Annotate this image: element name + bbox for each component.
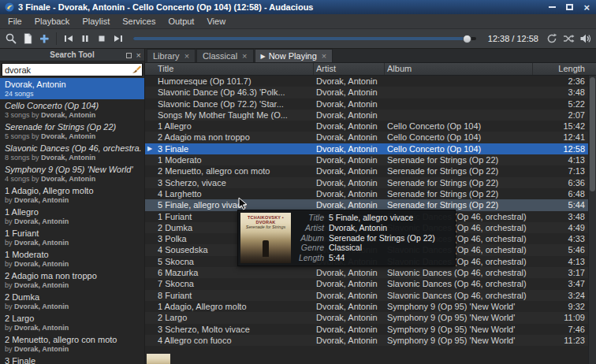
cell-album: Serenade for Strings (Op 22): [385, 177, 533, 188]
playlist-row[interactable]: ▶1 Allegro Dvorak, Antonin Cello Concert…: [145, 121, 596, 132]
search-result-item[interactable]: Symphony 9 (Op 95) 'New World' 4 songs b…: [0, 163, 144, 184]
close-button[interactable]: ×: [583, 2, 590, 13]
search-result-item[interactable]: 2 Menuetto, allegro con moto by Dvorak, …: [0, 333, 144, 355]
playlist-row[interactable]: ▶3 Finale Dvorak, Antonin Cello Concerto…: [145, 143, 596, 154]
playlist-row[interactable]: ▶4 Larghetto Dvorak, Antonin Serenade fo…: [145, 188, 596, 199]
playlist-tabbar: ▶ Library × ▶ Classical × ▶ Now Playing …: [145, 49, 596, 63]
stop-button[interactable]: [94, 31, 110, 46]
cell-album: Serenade for Strings (Op 22): [385, 154, 533, 165]
column-header-length[interactable]: Length: [533, 63, 596, 75]
menu-item[interactable]: Playback: [28, 14, 76, 29]
search-result-item[interactable]: Cello Concerto (Op 104) 3 songs by Dvora…: [0, 99, 144, 121]
tab-close-icon[interactable]: ×: [322, 51, 326, 61]
search-result-item[interactable]: 1 Moderato by Dvorak, Antonin: [0, 248, 144, 269]
minimize-button[interactable]: [549, 6, 556, 8]
seek-handle[interactable]: [463, 35, 471, 43]
cell-artist: Dvorak, Antonin: [314, 188, 385, 199]
search-result-item[interactable]: 2 Largo by Dvorak, Antonin: [0, 312, 144, 333]
cell-artist: Dvorak, Antonin: [314, 110, 385, 121]
menu-item[interactable]: Playlist: [76, 14, 116, 29]
tooltip-field-label: Artist: [294, 223, 324, 233]
playlist-row[interactable]: ▶2 Adagio ma non troppo Dvorak, Antonin …: [145, 132, 596, 143]
search-result-item[interactable]: Slavonic Dances (Op 46, orchestra... 8 s…: [0, 142, 144, 163]
search-result-item[interactable]: Serenade for Strings (Op 22) 5 songs by …: [0, 121, 144, 142]
cell-length: 9:32: [533, 301, 596, 312]
clear-search-brush-icon[interactable]: [129, 64, 142, 76]
column-header-artist[interactable]: Artist: [314, 63, 385, 75]
tooltip-field-label: Genre: [294, 243, 324, 253]
search-result-item[interactable]: 2 Adagio ma non troppo by Dvorak, Antoni…: [0, 269, 144, 291]
content-area: Search Tool × Dvorak, Antonin 24 songs: [0, 49, 596, 364]
panel-close-icon[interactable]: ×: [136, 51, 141, 60]
search-result-item[interactable]: 1 Adagio, Allegro molto by Dvorak, Anton…: [0, 184, 144, 206]
tab-close-icon[interactable]: ×: [184, 51, 189, 61]
search-button[interactable]: [3, 31, 19, 46]
cell-length: 4:13: [533, 154, 596, 165]
repeat-button[interactable]: [544, 31, 560, 46]
playlist-row[interactable]: ▶Humoresque (Op 101.7) Dvorak, Antonin 2…: [145, 76, 596, 87]
cursor-arrow: [238, 197, 248, 213]
playlist-tab[interactable]: ▶ Now Playing ×: [255, 49, 333, 62]
playlist-row[interactable]: ▶6 Mazurka Dvorak, Antonin Slavonic Danc…: [145, 267, 596, 278]
playlist-row[interactable]: ▶4 Allegro con fuoco Dvorak, Antonin Sym…: [145, 335, 596, 346]
search-result-item[interactable]: 1 Furiant by Dvorak, Antonin: [0, 227, 144, 248]
search-result-item[interactable]: Dvorak, Antonin 24 songs: [0, 78, 144, 99]
playlist-row[interactable]: ▶Slavonic Dance (Op 72.2) 'Star... Dvora…: [145, 98, 596, 110]
result-subtitle: 8 songs by Dvorak, Antonin: [5, 154, 141, 162]
volume-button[interactable]: [577, 31, 593, 46]
search-input[interactable]: [2, 64, 129, 76]
cell-length: 4:13: [533, 256, 596, 267]
titlebar[interactable]: 3 Finale - Dvorak, Antonin - Cello Conce…: [0, 0, 596, 14]
seek-slider[interactable]: [133, 31, 476, 46]
next-button[interactable]: [110, 31, 126, 46]
playlist-row[interactable]: ▶3 Scherzo, Molto vivace Dvorak, Antonin…: [145, 324, 596, 335]
menu-item[interactable]: Services: [116, 14, 162, 29]
search-result-item[interactable]: 2 Dumka by Dvorak, Antonin: [0, 291, 144, 312]
tab-label: Now Playing: [269, 51, 317, 61]
menu-item[interactable]: File: [2, 14, 28, 29]
cell-title: ▶8 Furiant: [145, 290, 314, 301]
scrollbar-thumb[interactable]: [590, 77, 595, 191]
playlist-row[interactable]: ▶Slavonic Dance (Op 46.3) 'Polk... Dvora…: [145, 87, 596, 98]
cell-title: ▶Songs My Mother Taught Me (O...: [145, 110, 314, 121]
maximize-button[interactable]: [566, 4, 573, 10]
open-file-button[interactable]: [20, 31, 35, 46]
playlist-row[interactable]: ▶1 Moderato Dvorak, Antonin Serenade for…: [145, 154, 596, 165]
previous-button[interactable]: [61, 31, 76, 46]
search-result-item[interactable]: 1 Allegro by Dvorak, Antonin: [0, 206, 144, 227]
column-header-album[interactable]: Album: [385, 63, 533, 75]
cell-length: 7:46: [533, 324, 596, 335]
menu-item[interactable]: Output: [162, 14, 200, 29]
menu-item[interactable]: View: [200, 14, 232, 29]
result-title: 2 Dumka: [5, 292, 141, 303]
playlist-row[interactable]: ▶2 Menuetto, allegro con moto Dvorak, An…: [145, 165, 596, 176]
result-title: 1 Allegro: [5, 207, 141, 217]
playlist-row[interactable]: ▶1 Adagio, Allegro molto Dvorak, Antonin…: [145, 301, 596, 312]
cell-length: 3:48: [533, 87, 596, 98]
add-button[interactable]: [36, 31, 52, 46]
playlist-scrollbar[interactable]: [588, 76, 596, 364]
next-icon: [112, 32, 125, 45]
playlist-row[interactable]: ▶7 Skocna Dvorak, Antonin Slavonic Dance…: [145, 278, 596, 289]
playlist-row[interactable]: ▶2 Largo Dvorak, Antonin Symphony 9 (Op …: [145, 312, 596, 323]
playlist-row[interactable]: ▶8 Furiant Dvorak, Antonin Slavonic Danc…: [145, 290, 596, 301]
cell-length: 4:33: [533, 233, 596, 244]
cell-album: Slavonic Dances (Op 46, orchestral): [385, 278, 533, 289]
playlist-row[interactable]: ▶Songs My Mother Taught Me (O... Dvorak,…: [145, 110, 596, 121]
playlist-tab[interactable]: ▶ Classical ×: [196, 49, 253, 62]
album-art-title-line: TCHAIKOVSKY • DVORAK: [240, 213, 291, 225]
shuffle-button[interactable]: [561, 31, 576, 46]
playlist-tab[interactable]: ▶ Library ×: [147, 49, 196, 62]
audacious-app-icon: [5, 2, 14, 12]
pause-button[interactable]: [77, 31, 93, 46]
search-result-item[interactable]: 3 Finale by Dvorak, Antonin: [0, 355, 144, 364]
panel-detach-icon[interactable]: [126, 53, 132, 58]
column-header-title[interactable]: Title: [145, 63, 314, 75]
cell-album: Cello Concerto (Op 104): [385, 121, 533, 132]
cell-artist: Dvorak, Antonin: [314, 76, 385, 87]
time-display: 12:38 / 12:58: [488, 34, 538, 43]
playlist-row[interactable]: ▶3 Scherzo, vivace Dvorak, Antonin Seren…: [145, 177, 596, 188]
result-subtitle: by Dvorak, Antonin: [5, 196, 141, 205]
result-title: 1 Adagio, Allegro molto: [5, 186, 141, 196]
tab-close-icon[interactable]: ×: [242, 51, 247, 61]
